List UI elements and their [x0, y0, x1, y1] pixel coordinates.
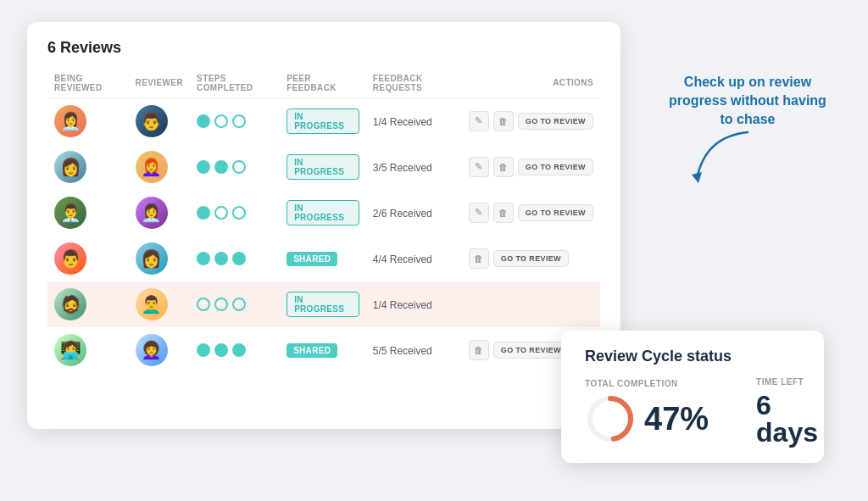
steps-cell — [190, 144, 280, 190]
time-label: TIME LEFT — [756, 377, 818, 387]
delete-button[interactable]: 🗑 — [493, 111, 514, 131]
status-badge: IN PROGRESS — [287, 200, 359, 225]
delete-button[interactable]: 🗑 — [469, 340, 489, 360]
action-group: ✎🗑GO TO REVIEW — [469, 111, 593, 131]
col-being-reviewed: BEING REVIEWED — [47, 69, 129, 98]
step-circle — [197, 206, 210, 220]
peer-feedback-cell: SHARED — [280, 327, 366, 373]
step-circle — [232, 114, 246, 128]
feedback-requests-cell: 3/5 Received — [366, 144, 462, 190]
col-actions: ACTIONS — [462, 69, 600, 98]
reviewer-cell: 👨 — [129, 97, 191, 144]
being-reviewed-cell: 👩 — [47, 144, 129, 190]
scene: 6 Reviews BEING REVIEWED REVIEWER STEPS … — [27, 22, 841, 480]
reviewer-cell: 👨‍🦱 — [129, 281, 191, 327]
feedback-text: 1/4 Received — [373, 116, 432, 128]
step-circle — [232, 343, 246, 357]
being-reviewed-cell: 👩‍💻 — [47, 327, 129, 373]
action-group: ✎🗑GO TO REVIEW — [469, 203, 593, 223]
steps-group — [197, 206, 273, 220]
go-to-review-button[interactable]: GO TO REVIEW — [518, 204, 593, 221]
steps-group — [197, 114, 273, 128]
status-badge: IN PROGRESS — [287, 109, 359, 134]
reviewer-cell: 👩 — [129, 236, 191, 281]
delete-button[interactable]: 🗑 — [493, 157, 514, 177]
reviewer-cell: 👩‍💼 — [129, 190, 191, 236]
review-card-title: 6 Reviews — [47, 39, 600, 57]
feedback-text: 4/4 Received — [373, 253, 432, 265]
peer-feedback-cell: IN PROGRESS — [280, 281, 366, 327]
review-table: BEING REVIEWED REVIEWER STEPS COMPLETED … — [47, 69, 600, 373]
actions-cell: 🗑GO TO REVIEW — [462, 236, 600, 281]
actions-cell: ✎🗑GO TO REVIEW — [462, 97, 600, 144]
feedback-requests-cell: 2/6 Received — [366, 190, 462, 236]
callout-container: Check up on review progress without havi… — [663, 73, 832, 136]
step-circle — [232, 160, 246, 174]
col-reviewer: REVIEWER — [129, 69, 191, 98]
reviewer-cell: 👩‍🦰 — [129, 144, 191, 190]
callout-text: Check up on review progress without havi… — [663, 73, 832, 130]
step-circle — [197, 114, 210, 128]
table-row: 👨 👩 SHARED 4/4 Received 🗑GO TO REVIEW — [47, 236, 600, 281]
step-circle — [214, 206, 228, 220]
step-circle — [232, 298, 246, 311]
edit-button[interactable]: ✎ — [469, 157, 489, 177]
being-reviewed-cell: 👩‍💼 — [47, 97, 129, 144]
status-badge: SHARED — [287, 252, 337, 266]
status-badge: IN PROGRESS — [287, 154, 359, 180]
steps-cell — [190, 190, 280, 236]
step-circle — [214, 114, 228, 128]
being-reviewed-cell: 👨 — [47, 236, 129, 281]
review-card: 6 Reviews BEING REVIEWED REVIEWER STEPS … — [27, 22, 620, 429]
steps-group — [197, 160, 273, 174]
time-value: 6 days — [756, 392, 818, 446]
actions-cell: ✎🗑GO TO REVIEW — [462, 190, 600, 236]
steps-group — [197, 343, 273, 357]
peer-feedback-cell: SHARED — [280, 236, 366, 281]
delete-button[interactable]: 🗑 — [469, 248, 489, 269]
peer-feedback-cell: IN PROGRESS — [280, 190, 366, 236]
peer-feedback-cell: IN PROGRESS — [280, 97, 366, 144]
completion-metric: TOTAL COMPLETION 47% — [585, 379, 709, 444]
edit-button[interactable]: ✎ — [469, 203, 489, 223]
table-row: 👩‍💼 👨 IN PROGRESS 1/4 Received ✎🗑GO TO R… — [47, 97, 600, 144]
table-row: 🧔 👨‍🦱 IN PROGRESS 1/4 Received — [47, 281, 600, 327]
peer-feedback-cell: IN PROGRESS — [280, 144, 366, 190]
steps-group — [197, 298, 273, 311]
donut-chart — [585, 393, 636, 444]
action-group: ✎🗑GO TO REVIEW — [469, 157, 593, 177]
being-reviewed-cell: 👨‍💼 — [47, 190, 129, 236]
edit-button[interactable]: ✎ — [469, 111, 489, 131]
step-circle — [214, 160, 228, 174]
callout-arrow-svg — [680, 128, 765, 187]
go-to-review-button[interactable]: GO TO REVIEW — [518, 159, 593, 175]
donut-svg — [585, 393, 636, 444]
feedback-text: 2/6 Received — [373, 208, 432, 220]
col-steps: STEPS COMPLETED — [190, 69, 280, 98]
table-row: 👩‍💻 👩‍🦱 SHARED 5/5 Received 🗑GO TO REVIE… — [47, 327, 600, 373]
steps-cell — [190, 236, 280, 281]
go-to-review-button[interactable]: GO TO REVIEW — [518, 113, 593, 130]
feedback-text: 1/4 Received — [373, 299, 432, 311]
go-to-review-button[interactable]: GO TO REVIEW — [493, 250, 569, 267]
feedback-text: 5/5 Received — [373, 345, 432, 357]
step-circle — [197, 298, 210, 311]
actions-cell: ✎🗑GO TO REVIEW — [462, 144, 600, 190]
feedback-requests-cell: 1/4 Received — [366, 97, 462, 144]
col-feedback-requests: FEEDBACK REQUESTS — [366, 69, 462, 98]
go-to-review-button[interactable]: GO TO REVIEW — [493, 342, 569, 359]
status-card-title: Review Cycle status — [585, 348, 800, 365]
step-circle — [232, 252, 246, 265]
steps-cell — [190, 327, 280, 373]
step-circle — [197, 343, 210, 357]
step-circle — [197, 160, 210, 174]
steps-cell — [190, 97, 280, 144]
svg-marker-0 — [692, 172, 702, 183]
step-circle — [214, 343, 228, 357]
feedback-text: 3/5 Received — [373, 162, 432, 174]
being-reviewed-cell: 🧔 — [47, 281, 129, 327]
actions-cell — [462, 281, 600, 327]
steps-group — [197, 252, 273, 265]
delete-button[interactable]: 🗑 — [493, 203, 514, 223]
time-metric: TIME LEFT 6 days — [756, 377, 818, 446]
